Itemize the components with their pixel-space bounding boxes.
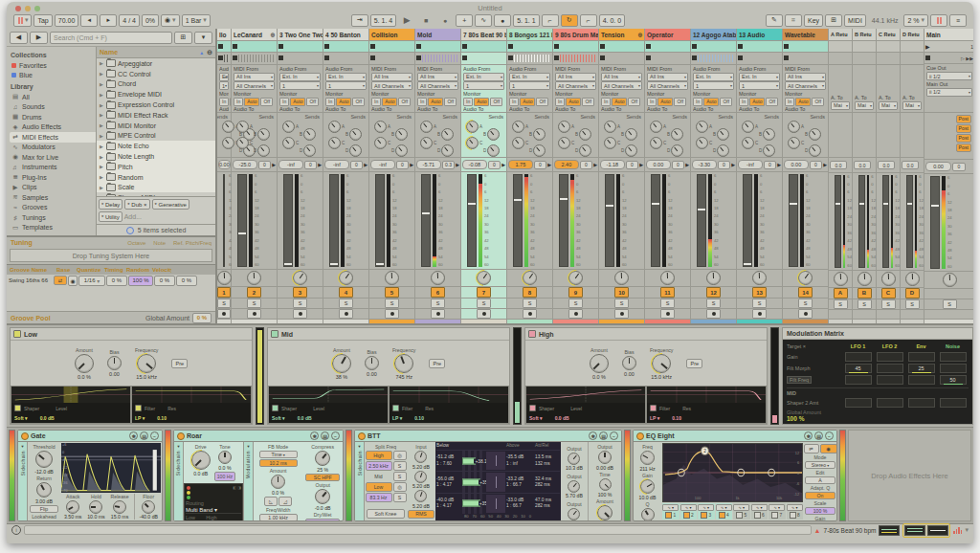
sidebar-item-plug-ins[interactable]: ≣Plug-Ins: [10, 172, 96, 183]
clip-slot[interactable]: [553, 53, 598, 64]
send-c-knob[interactable]: [512, 137, 524, 149]
high-solo-button[interactable]: S: [393, 461, 407, 471]
clip-stop-button[interactable]: [416, 44, 421, 49]
send-a-knob[interactable]: [788, 121, 800, 133]
nudge-up-button[interactable]: ▸: [100, 14, 117, 27]
arm-button[interactable]: [431, 309, 445, 319]
loop-toggle[interactable]: ↻: [561, 14, 578, 27]
sc-hpf-button[interactable]: SC HPF: [305, 474, 340, 481]
above-zone-handle[interactable]: [486, 473, 505, 491]
input-channel-select[interactable]: All Channels: [234, 81, 275, 90]
input-channel-select[interactable]: All Channels: [417, 81, 458, 90]
monitor-auto-button[interactable]: Auto: [290, 98, 305, 106]
expand-arrow-icon[interactable]: ▶: [100, 144, 104, 149]
tag-add[interactable]: Add...: [124, 213, 142, 220]
clip-stop-button[interactable]: [554, 44, 559, 49]
pan-knob[interactable]: [943, 273, 957, 287]
monitor-off-button[interactable]: Off: [812, 98, 824, 106]
save-preset-icon[interactable]: ▤: [140, 431, 148, 440]
above-ratio-value[interactable]: 1 : 66.7: [506, 482, 535, 488]
groove-velocity-field[interactable]: 0 %: [176, 276, 197, 286]
pan-field[interactable]: 0: [718, 161, 730, 169]
arm-button[interactable]: [217, 309, 231, 319]
volume-field[interactable]: -inf: [324, 160, 349, 169]
monitor-off-button[interactable]: Off: [306, 98, 319, 106]
arm-button[interactable]: [247, 309, 261, 319]
mid-solo-button[interactable]: S: [393, 472, 407, 481]
time-knob[interactable]: [599, 478, 612, 491]
track-activator-button[interactable]: 4: [339, 287, 353, 298]
matrix-value-field[interactable]: [908, 352, 935, 362]
bias-knob[interactable]: [365, 356, 379, 370]
post-toggle[interactable]: Post: [956, 124, 971, 133]
clip-slot[interactable]: [323, 53, 368, 64]
device-thumbnail[interactable]: [927, 525, 948, 536]
volume-field[interactable]: 0.00: [218, 160, 231, 169]
monitor-off-button[interactable]: Off: [628, 98, 640, 106]
return-track-a[interactable]: A RetuA. ToMai0.0606121824303642485460AS: [829, 29, 853, 323]
clip-slot[interactable]: [691, 41, 736, 53]
device-on-toggle[interactable]: [358, 432, 366, 440]
input-channel-select[interactable]: 1: [693, 81, 734, 90]
sidebar-item-midi-effects[interactable]: ⇄MIDI Effects: [10, 132, 96, 143]
eq-freq-knob[interactable]: [640, 451, 655, 465]
volume-fader[interactable]: [421, 174, 431, 267]
arm-button[interactable]: [477, 309, 491, 319]
track-header[interactable]: 7 80s Beat 90 bpm: [461, 29, 506, 41]
eq-band-2[interactable]: ∿ ▾2: [680, 503, 698, 520]
filter-on-checkbox[interactable]: [392, 405, 399, 411]
btt-display[interactable]: Below Above Att/Rel -51.2 dB1 : 7.60+38.…: [435, 442, 561, 520]
sidebar-item-grooves[interactable]: ≈Grooves: [10, 203, 96, 213]
send-a-knob[interactable]: [558, 121, 570, 133]
input-channel-select[interactable]: 1: [739, 81, 780, 90]
volume-fader[interactable]: [858, 175, 865, 268]
monitor-auto-button[interactable]: Auto: [749, 98, 765, 106]
eq-q-knob[interactable]: [641, 508, 655, 521]
filter-type-select[interactable]: ∿ ▾: [733, 504, 749, 511]
send-b-knob[interactable]: [533, 128, 546, 141]
solo-button[interactable]: S: [943, 299, 957, 309]
solo-button[interactable]: S: [614, 299, 629, 308]
amount-knob[interactable]: [75, 354, 94, 373]
pan-field[interactable]: 0: [488, 161, 501, 169]
metronome-toggle[interactable]: ◉ ▾: [161, 14, 180, 27]
send-b-knob[interactable]: [809, 128, 821, 141]
solo-button[interactable]: S: [905, 299, 920, 309]
eq-band-7[interactable]: ∿ ▾7: [768, 503, 786, 520]
track-4[interactable]: 4 50 BantonAudio FromExt. In1MonitorInAu…: [323, 29, 369, 323]
track-activator-button[interactable]: 6: [431, 287, 445, 298]
track-2[interactable]: LeCanard◎MIDI FromAll InsAll ChannelsMon…: [232, 29, 278, 323]
computer-midi-keyboard-button[interactable]: ⌗: [785, 14, 802, 27]
expand-arrow-icon[interactable]: ▶: [100, 71, 104, 77]
track-header[interactable]: Mold: [415, 29, 460, 41]
track-header[interactable]: 4 50 Banton: [323, 29, 368, 41]
band-on-checkbox[interactable]: [736, 512, 743, 519]
sidebar-item-templates[interactable]: ▭Templates: [10, 223, 96, 233]
filter-scope[interactable]: FilterResLP ▾0.10: [390, 387, 508, 423]
send-a-knob[interactable]: [742, 121, 754, 133]
solo-button[interactable]: S: [706, 299, 721, 308]
eq-band-5[interactable]: ∿ ▾5: [733, 503, 750, 520]
solo-button[interactable]: S: [293, 299, 307, 308]
expand-arrow-icon[interactable]: ▶: [100, 174, 104, 180]
band-gain-display[interactable]: +38.1: [462, 451, 485, 471]
envelope-thumbnail[interactable]: [904, 525, 925, 536]
volume-fader[interactable]: [605, 174, 614, 267]
input-select[interactable]: Ext. In: [325, 73, 367, 81]
send-c-knob[interactable]: [558, 137, 570, 149]
input-select[interactable]: Ext. In: [693, 73, 734, 81]
track-6[interactable]: MoldMIDI FromAll InsAll ChannelsMonitorI…: [415, 29, 461, 323]
capture-midi-button[interactable]: ●: [494, 14, 511, 27]
monitor-in-button[interactable]: In: [371, 98, 381, 106]
eq-band-6[interactable]: ∿ ▾6: [751, 503, 768, 520]
send-d-knob[interactable]: [303, 144, 316, 157]
groove-row[interactable]: Swing 16ths 66 ⇄ ◉ 1/16 ▾ 0 % 100 % 0 % …: [7, 275, 215, 286]
low-solo-button[interactable]: S: [393, 493, 407, 502]
solo-button[interactable]: S: [477, 299, 491, 308]
solo-button[interactable]: S: [798, 299, 813, 308]
solo-button[interactable]: S: [858, 299, 872, 309]
filter-res-value[interactable]: 0.10: [672, 415, 681, 421]
track-header[interactable]: Collision: [369, 29, 414, 41]
high-band-button[interactable]: High: [366, 451, 392, 460]
input-select[interactable]: All Ins: [601, 73, 642, 81]
